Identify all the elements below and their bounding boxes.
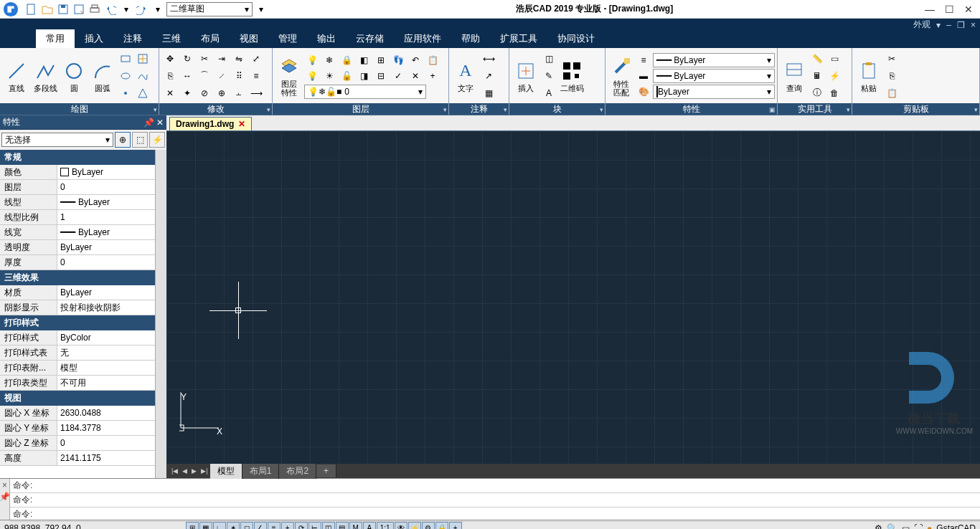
offset-icon[interactable]: ≡ [248, 68, 264, 84]
ann-auto-toggle[interactable]: ⚡ [408, 522, 421, 530]
coordinates-display[interactable]: 988.8398, 792.94, 0 [4, 523, 81, 530]
grid-toggle[interactable]: ▦ [199, 522, 212, 530]
paste-button[interactable]: 粘贴 [855, 58, 882, 94]
select-icon[interactable]: ▭ [826, 51, 842, 67]
layer-match-icon[interactable]: ⊟ [373, 68, 389, 84]
layer-prev-icon[interactable]: ↶ [407, 52, 423, 68]
quick-icon[interactable]: ⚡ [826, 68, 842, 84]
chamfer-icon[interactable]: ⟋ [214, 68, 230, 84]
mdi-restore-icon[interactable]: ❐ [957, 20, 965, 30]
region-icon[interactable] [135, 85, 151, 101]
snap-toggle[interactable]: ⊞ [186, 522, 199, 530]
mdi-minimize-icon[interactable]: – [946, 20, 951, 30]
pickadd-icon[interactable]: ⊕ [115, 132, 131, 148]
prop-row-ptable[interactable]: 打印样式表无 [0, 345, 155, 361]
explode-icon[interactable]: ✦ [179, 85, 195, 101]
tab-output[interactable]: 输出 [307, 29, 346, 48]
color-icon[interactable]: 🎨 [636, 84, 651, 100]
id-icon[interactable]: ⓘ [809, 85, 825, 101]
calc-icon[interactable]: 🖩 [809, 68, 825, 84]
maximize-button[interactable]: ☐ [945, 4, 954, 15]
polyline-button[interactable]: 多段线 [32, 58, 59, 94]
rotate-icon[interactable]: ↻ [179, 51, 195, 67]
layout2-tab[interactable]: 布局2 [279, 464, 316, 479]
tab-insert[interactable]: 插入 [75, 29, 113, 48]
line-button[interactable]: 直线 [3, 58, 30, 94]
ann-vis-toggle[interactable]: 👁 [395, 522, 407, 530]
minimize-button[interactable]: — [925, 4, 935, 15]
select-obj-icon[interactable]: ⬚ [132, 132, 148, 148]
layer-unlock-icon[interactable]: 🔓 [339, 68, 354, 84]
prop-row-cx[interactable]: 圆心 X 坐标2630.0488 [0, 406, 155, 421]
tab-3d[interactable]: 三维 [152, 29, 191, 48]
expand-icon[interactable]: ▣ [769, 104, 776, 115]
qrcode-button[interactable]: 二维码 [558, 58, 585, 94]
dimension-icon[interactable]: ⟷ [481, 51, 496, 67]
query-button[interactable]: 查询 [781, 58, 808, 94]
drawing-canvas[interactable]: YX 微当下载 WWW.WEIDOWN.COM [166, 131, 980, 464]
insert-block-button[interactable]: 插入 [512, 58, 540, 94]
leader-icon[interactable]: ↗ [481, 68, 496, 84]
paste-spec-icon[interactable]: 📋 [884, 85, 900, 101]
infer-toggle[interactable]: ⊢ [308, 522, 321, 530]
fullscreen-icon[interactable]: ⛶ [914, 523, 923, 530]
prop-row-pstyle[interactable]: 打印样式ByColor [0, 330, 155, 345]
mirror-icon[interactable]: ⇋ [231, 51, 247, 67]
selection-filter[interactable]: 无选择▾ [1, 133, 113, 147]
tab-layout[interactable]: 布局 [191, 29, 230, 48]
polar-toggle[interactable]: ✶ [227, 522, 240, 530]
properties-scrollbar[interactable] [155, 150, 166, 478]
prop-row-height[interactable]: 高度2141.1175 [0, 451, 155, 466]
close-panel-icon[interactable]: ✕ [156, 118, 164, 128]
hw-toggle[interactable]: + [449, 522, 462, 530]
expand-icon[interactable]: ▾ [974, 104, 978, 115]
linetype-selector[interactable]: ━━━ ByLayer▾ [653, 53, 775, 67]
scale-icon[interactable]: ⤢ [248, 51, 264, 67]
prop-row-thickness[interactable]: 厚度0 [0, 255, 155, 270]
tab-manage[interactable]: 管理 [268, 29, 307, 48]
tab-help[interactable]: 帮助 [451, 29, 490, 48]
tab-next-icon[interactable]: ▶ [189, 467, 199, 475]
layout1-tab[interactable]: 布局1 [242, 464, 280, 479]
cut-icon[interactable]: ✂ [884, 51, 900, 67]
close-cmd-icon[interactable]: × [2, 480, 7, 490]
prop-row-color[interactable]: 颜色ByLayer [0, 165, 155, 180]
ellipse-icon[interactable] [118, 68, 133, 84]
add-layout-tab[interactable]: + [316, 464, 336, 477]
expand-icon[interactable]: ▾ [847, 104, 850, 115]
clean-icon[interactable]: ▭ [902, 523, 910, 530]
qp-toggle[interactable]: ◫ [322, 522, 335, 530]
tab-last-icon[interactable]: ▶| [199, 467, 209, 475]
expand-icon[interactable]: ▾ [600, 104, 603, 115]
open-icon[interactable] [40, 2, 55, 16]
dropdown-icon[interactable]: ▾ [151, 2, 165, 16]
prop-row-pattach[interactable]: 打印表附...模型 [0, 361, 155, 376]
expand-icon[interactable]: ▾ [267, 104, 270, 115]
layer-current-selector[interactable]: 💡❄🔓■ 0▾ [304, 85, 426, 99]
dyn-toggle[interactable]: + [281, 522, 294, 530]
prop-row-transp[interactable]: 透明度ByLayer [0, 240, 155, 255]
prop-row-material[interactable]: 材质ByLayer [0, 285, 155, 300]
text-button[interactable]: A文字 [452, 58, 479, 94]
prop-row-lweight[interactable]: 线宽━━━ByLayer [0, 225, 155, 240]
pin-icon[interactable]: 📌 [143, 118, 154, 128]
layer-state-icon[interactable]: 📋 [425, 52, 440, 68]
measure-icon[interactable]: 📏 [809, 51, 825, 67]
workspace-selector[interactable]: 二维草图▾ [166, 2, 253, 16]
magnifier-icon[interactable]: 🔍 [887, 523, 897, 530]
lock-toggle[interactable]: 🔒 [435, 522, 448, 530]
color-selector[interactable]: ByLayer▾ [653, 85, 775, 99]
dropdown-icon[interactable]: ▾ [119, 2, 133, 16]
saveas-icon[interactable] [72, 2, 86, 16]
scale-display[interactable]: 1:1 [377, 522, 394, 530]
lengthen-icon[interactable]: ⟶ [248, 85, 264, 101]
expand-icon[interactable]: ▾ [504, 104, 507, 115]
lweight-icon[interactable]: ▬ [636, 68, 651, 84]
purge-icon[interactable]: 🗑 [826, 85, 842, 101]
layer-thaw-icon[interactable]: ☀ [321, 68, 337, 84]
align-icon[interactable]: ⫠ [231, 85, 247, 101]
layer-merge-icon[interactable]: ⊞ [373, 52, 389, 68]
new-icon[interactable] [24, 2, 39, 16]
lineweight-selector[interactable]: ━━━ ByLayer▾ [653, 69, 775, 83]
erase-icon[interactable]: ✕ [162, 85, 178, 101]
